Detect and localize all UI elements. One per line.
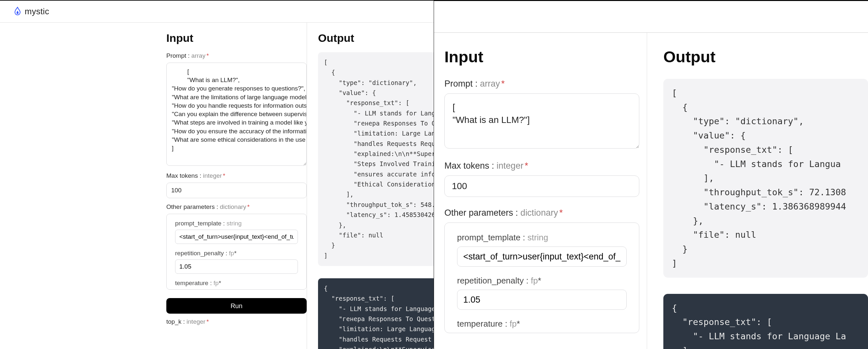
prompt-textarea[interactable]: [166, 63, 307, 166]
flame-icon: [13, 7, 22, 16]
right-pane: Input Prompt : array* Max tokens : integ…: [434, 0, 868, 349]
other-params-panel: prompt_template : string repetition_pena…: [166, 214, 307, 290]
prompt-template-label: prompt_template : string: [175, 220, 298, 227]
output-json-light: [ { "type": "dictionary", "value": { "re…: [663, 79, 868, 278]
max-tokens-input[interactable]: [444, 175, 639, 197]
brand-name: mystic: [25, 6, 49, 16]
input-column: Input Prompt : array* Max tokens : integ…: [166, 23, 307, 349]
prompt-textarea[interactable]: [444, 94, 639, 148]
prompt-template-input[interactable]: [457, 246, 627, 267]
prompt-label: Prompt : array*: [444, 79, 647, 89]
output-json-dark: { "response_txt": [ "- LLM stands for La…: [663, 294, 868, 349]
max-tokens-label: Max tokens : integer*: [444, 161, 647, 171]
temperature-label: temperature : fp*: [457, 319, 627, 329]
prompt-label: Prompt : array*: [166, 52, 307, 59]
header-strip: [434, 1, 868, 33]
output-column: Output [ { "type": "dictionary", "value"…: [647, 33, 868, 349]
input-heading: Input: [166, 32, 307, 44]
other-params-label: Other parameters : dictionary*: [166, 203, 307, 210]
temperature-label: temperature : fp*: [175, 280, 298, 287]
output-column: Output [ { "type": "dictionary", "value"…: [307, 23, 434, 349]
output-heading: Output: [318, 32, 434, 44]
repetition-penalty-label: repetition_penalty : fp*: [457, 276, 627, 286]
top-k-label: top_k : integer*: [166, 318, 307, 325]
output-json-light: [ { "type": "dictionary", "value": { "re…: [318, 52, 434, 266]
max-tokens-label: Max tokens : integer*: [166, 172, 307, 179]
other-params-label: Other parameters : dictionary*: [444, 208, 647, 218]
input-heading: Input: [444, 48, 647, 66]
left-pane: mystic Input Prompt : array* Max tokens …: [0, 0, 434, 349]
max-tokens-input[interactable]: [166, 183, 307, 198]
output-json-dark: { "response_txt": [ "- LLM stands for La…: [318, 278, 434, 349]
other-params-panel: prompt_template : string repetition_pena…: [444, 222, 639, 333]
output-heading: Output: [663, 48, 868, 66]
repetition-penalty-label: repetition_penalty : fp*: [175, 250, 298, 257]
prompt-template-input[interactable]: [175, 230, 298, 244]
app-header: mystic: [0, 1, 434, 23]
input-column: Input Prompt : array* Max tokens : integ…: [444, 33, 647, 349]
repetition-penalty-input[interactable]: [457, 290, 627, 310]
repetition-penalty-input[interactable]: [175, 259, 298, 274]
prompt-template-label: prompt_template : string: [457, 233, 627, 243]
run-button[interactable]: Run: [166, 298, 307, 314]
